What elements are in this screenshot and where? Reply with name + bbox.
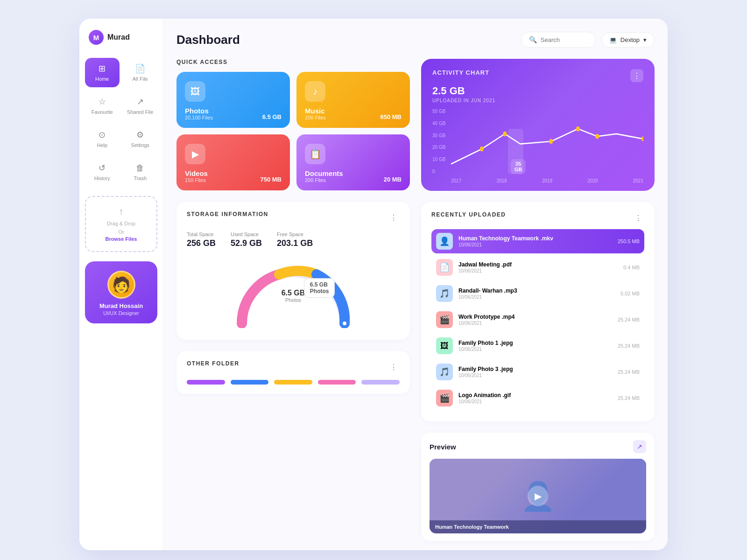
y-label-50: 50 GB [432,109,445,114]
chart-header: ACTIVITY CHART ⋮ [432,69,643,82]
qa-card-videos[interactable]: ▶ Videos 150 Files 750 MB [176,134,290,190]
chart-area: 50 GB 40 GB 30 GB 20 GB 10 GB 0 [432,109,643,183]
recently-more-button[interactable]: ⋮ [632,212,644,224]
gauge-size: 6.5 GB [282,289,305,297]
svg-point-7 [641,136,643,141]
folder-dot-blue[interactable] [231,380,269,385]
folder-dot-light-purple[interactable] [361,380,400,385]
r1-date: 10/06/2021 [458,242,612,247]
logo-avatar: M [89,30,104,45]
bar-unit: GB [514,167,522,172]
quick-access-title: QUICK ACCESS [176,59,410,65]
storage-gauge: 6.5 GB Photos 6.5 GB Photos [187,256,400,330]
r6-name: Family Photo 3 .jepg [458,366,612,372]
recent-item-r1[interactable]: 👤 Human Technology Teamwork .mkv 10/06/2… [431,229,644,253]
recent-item-r4[interactable]: 🎬 Work Prototype .mp4 10/06/2021 25.24 M… [431,308,644,332]
recent-item-r6[interactable]: 🎵 Family Photo 3 .jepg 10/06/2021 25.24 … [431,360,644,384]
recent-item-r2[interactable]: 📄 Jadwal Meeting .pdf 10/06/2021 0.4 MB [431,255,644,280]
svg-point-5 [576,126,580,132]
r4-size: 25.24 MB [618,317,640,322]
r2-date: 10/06/2021 [458,268,618,273]
r3-info: Randall- Warhan .mp3 10/06/2021 [458,287,615,300]
r6-info: Family Photo 3 .jepg 10/06/2021 [458,366,612,378]
storage-card: STORAGE INFORMATION ⋮ Total Space 256 GB… [176,202,410,340]
sidebar-item-home[interactable]: ⊞ Home [85,58,120,87]
folder-dot-purple[interactable] [187,380,225,385]
r2-size: 0.4 MB [623,265,640,270]
sidebar-item-all-file[interactable]: 📄 All File [123,58,158,87]
sidebar-item-history[interactable]: ↺ History [85,157,120,187]
search-input[interactable] [541,36,587,43]
recently-uploaded-card: RECENTLY UPLOADED ⋮ 👤 Human Technology T… [421,202,655,421]
device-selector[interactable]: 💻 Dextop ▾ [601,32,655,48]
expand-button[interactable]: ↗ [633,440,646,453]
r6-size: 25.24 MB [618,369,640,375]
r5-thumb: 🖼 [436,337,453,354]
storage-stats: Total Space 256 GB Used Space 52.9 GB Fr… [187,231,400,248]
quick-access-section: QUICK ACCESS 🖼 Photos 20,100 Files 6.5 G… [176,59,410,190]
r7-info: Logo Animation .gif 10/06/2021 [458,392,612,404]
r1-thumb: 👤 [436,233,453,250]
other-folder-header: OTHER FOLDER ⋮ [187,360,400,373]
folder-dot-pink[interactable] [318,380,356,385]
home-label: Home [95,76,109,82]
favourite-label: Favourite [92,109,113,115]
chart-svg-wrap: 35 GB [451,109,643,174]
x-label-2018: 2018 [496,178,507,183]
x-label-2020: 2020 [587,178,598,183]
folder-dots-row [187,380,400,385]
upload-area[interactable]: ↑ Drag & Drop Or Browse Files [85,196,157,252]
r1-size: 250.5 MB [618,238,640,244]
favourite-icon: ☆ [99,97,106,107]
trash-icon: 🗑 [136,163,144,173]
play-button[interactable]: ▶ [528,486,548,506]
r1-name: Human Technology Teamwork .mkv [458,235,612,242]
other-folder-card: OTHER FOLDER ⋮ [176,351,410,394]
recent-item-r3[interactable]: 🎵 Randall- Warhan .mp3 10/06/2021 5.02 M… [431,281,644,306]
documents-size: 20 MB [384,176,402,183]
total-space-label: Total Space [187,231,216,237]
documents-info: Documents 200 Files [305,169,343,183]
sidebar-item-help[interactable]: ⊙ Help [85,124,120,154]
recent-item-r7[interactable]: 🎬 Logo Animation .gif 10/06/2021 25.24 M… [431,386,644,410]
content-grid: QUICK ACCESS 🖼 Photos 20,100 Files 6.5 G… [176,59,655,541]
other-folder-more-button[interactable]: ⋮ [388,361,400,373]
chart-y-labels: 50 GB 40 GB 30 GB 20 GB 10 GB 0 [432,109,445,174]
photos-files: 20,100 Files [185,115,213,120]
settings-icon: ⚙ [136,130,144,140]
shared-file-icon: ↗ [137,97,144,107]
app-container: M Murad ⊞ Home📄 All File☆ Favourite↗ Sha… [79,19,668,550]
profile-card: 🧑 Murad Hossain UI/UX Designer [85,261,157,323]
chart-more-button[interactable]: ⋮ [630,69,643,82]
sidebar-item-settings[interactable]: ⚙ Settings [123,124,158,154]
qa-card-documents[interactable]: 📋 Documents 200 Files 20 MB [296,134,410,190]
videos-info: Videos 150 Files [185,169,208,183]
total-space: Total Space 256 GB [187,231,216,248]
r5-name: Family Photo 1 .jepg [458,340,612,346]
y-label-20: 20 GB [432,145,445,150]
preview-thumbnail[interactable]: 👤 ▶ Human Technology Teamwork [430,459,646,533]
search-bar[interactable]: 🔍 [521,32,596,48]
storage-more-button[interactable]: ⋮ [388,211,400,224]
sidebar-item-shared-file[interactable]: ↗ Shared File [123,91,158,120]
svg-point-2 [480,147,484,152]
sidebar-item-favourite[interactable]: ☆ Favourite [85,91,120,120]
qa-card-photos[interactable]: 🖼 Photos 20,100 Files 6.5 GB [176,72,290,128]
sidebar-logo: M Murad [79,30,130,45]
r3-size: 5.02 MB [620,291,640,296]
help-icon: ⊙ [99,130,106,140]
browse-files-link[interactable]: Browse Files [92,236,151,242]
chart-title: ACTIVITY CHART [432,69,489,76]
sidebar-item-trash[interactable]: 🗑 Trash [123,157,158,187]
used-space: Used Space 52.9 GB [231,231,262,248]
videos-icon: ▶ [185,144,205,164]
folder-dot-yellow[interactable] [274,380,312,385]
recent-item-r5[interactable]: 🖼 Family Photo 1 .jepg 10/06/2021 25.24 … [431,334,644,358]
qa-card-music[interactable]: ♪ Music 200 Files 650 MB [296,72,410,128]
main-content: Dashboard 🔍 💻 Dextop ▾ QUICK ACCESS [163,19,668,550]
x-label-2021: 2021 [633,178,643,183]
svg-point-6 [595,134,599,139]
y-label-40: 40 GB [432,121,445,126]
videos-files: 150 Files [185,177,208,183]
gauge-type: Photos [282,297,305,303]
